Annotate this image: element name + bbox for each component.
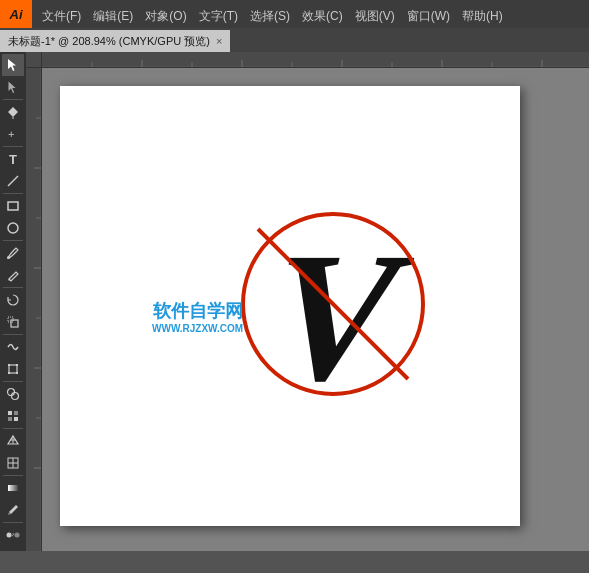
svg-rect-17: [8, 417, 12, 421]
svg-point-4: [8, 223, 18, 233]
blend-tool[interactable]: [2, 524, 24, 546]
rectangle-tool[interactable]: [2, 195, 24, 217]
gradient-tool[interactable]: [2, 477, 24, 499]
menu-effect[interactable]: 效果(C): [296, 0, 349, 28]
svg-text:+: +: [8, 128, 14, 140]
svg-point-5: [7, 256, 10, 259]
left-toolbar: + T: [0, 52, 26, 551]
watermark-line2: WWW.RJZXW.COM: [152, 323, 243, 334]
tab-label: 未标题-1* @ 208.94% (CMYK/GPU 预览): [8, 34, 210, 49]
svg-rect-10: [16, 364, 18, 366]
pencil-tool[interactable]: [2, 264, 24, 286]
svg-rect-8: [9, 365, 17, 373]
menu-window[interactable]: 窗口(W): [401, 0, 456, 28]
svg-rect-11: [8, 372, 10, 374]
menu-file[interactable]: 文件(F): [36, 0, 87, 28]
watermark: 软件自学网 WWW.RJZXW.COM: [152, 299, 243, 334]
menu-type[interactable]: 文字(T): [193, 0, 244, 28]
svg-point-26: [7, 533, 12, 538]
canvas-area: V 软件自学网 WWW.RJZXW.COM: [26, 52, 589, 551]
scale-tool[interactable]: [2, 311, 24, 333]
artwork-container: V: [233, 204, 433, 408]
eyedropper-tool[interactable]: [2, 499, 24, 521]
menu-select[interactable]: 选择(S): [244, 0, 296, 28]
svg-rect-9: [8, 364, 10, 366]
svg-line-2: [8, 176, 18, 186]
add-anchor-tool[interactable]: +: [2, 123, 24, 145]
ruler-corner: [26, 52, 42, 68]
paintbrush-tool[interactable]: [2, 242, 24, 264]
direct-selection-tool[interactable]: [2, 76, 24, 98]
live-paint-tool[interactable]: [2, 405, 24, 427]
svg-rect-12: [16, 372, 18, 374]
ellipse-tool[interactable]: [2, 217, 24, 239]
menu-view[interactable]: 视图(V): [349, 0, 401, 28]
ruler-horizontal: [42, 52, 589, 68]
type-tool[interactable]: T: [2, 148, 24, 170]
svg-rect-16: [14, 411, 18, 415]
svg-point-14: [12, 393, 19, 400]
tab-close-button[interactable]: ×: [216, 35, 222, 47]
tab-bar: 未标题-1* @ 208.94% (CMYK/GPU 预览) ×: [0, 28, 589, 52]
svg-rect-6: [11, 320, 18, 327]
perspective-grid-tool[interactable]: [2, 430, 24, 452]
selection-tool[interactable]: [2, 54, 24, 76]
svg-text:V: V: [264, 214, 419, 404]
svg-rect-25: [8, 485, 18, 491]
pen-tool[interactable]: [2, 101, 24, 123]
svg-rect-15: [8, 411, 12, 415]
warp-tool[interactable]: [2, 336, 24, 358]
svg-rect-18: [14, 417, 18, 421]
menu-bar: 文件(F) 编辑(E) 对象(O) 文字(T) 选择(S) 效果(C) 视图(V…: [32, 0, 589, 28]
menu-edit[interactable]: 编辑(E): [87, 0, 139, 28]
symbol-spray-tool[interactable]: [2, 546, 24, 551]
watermark-line1: 软件自学网: [152, 299, 243, 323]
menu-object[interactable]: 对象(O): [139, 0, 192, 28]
rotate-tool[interactable]: [2, 289, 24, 311]
svg-point-27: [15, 533, 20, 538]
free-transform-tool[interactable]: [2, 358, 24, 380]
svg-point-13: [8, 389, 15, 396]
ai-logo: Ai: [0, 0, 32, 28]
mesh-tool[interactable]: [2, 452, 24, 474]
shape-builder-tool[interactable]: [2, 383, 24, 405]
artboard: V 软件自学网 WWW.RJZXW.COM: [60, 86, 520, 526]
svg-rect-3: [8, 202, 18, 210]
ruler-vertical: [26, 68, 42, 551]
document-tab[interactable]: 未标题-1* @ 208.94% (CMYK/GPU 预览) ×: [0, 30, 230, 52]
menu-help[interactable]: 帮助(H): [456, 0, 509, 28]
line-tool[interactable]: [2, 170, 24, 192]
